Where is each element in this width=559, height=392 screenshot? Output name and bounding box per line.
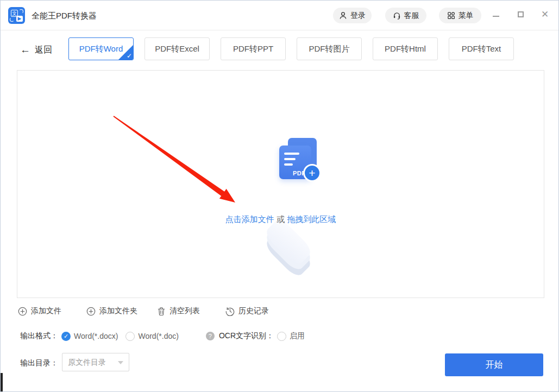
word-docx-label[interactable]: Word(*.docx) [74,332,118,340]
support-label: 客服 [404,11,419,21]
clock-history-icon [225,307,235,316]
add-file-label: 添加文件 [31,306,61,316]
login-label: 登录 [350,11,366,21]
output-dir-value: 原文件目录 [68,358,106,366]
grid-menu-icon [447,11,455,20]
add-file-button[interactable]: 添加文件 [18,305,61,317]
add-folder-button[interactable]: 添加文件夹 [86,305,137,317]
back-arrow-icon: ← [20,44,30,56]
add-folder-label: 添加文件夹 [99,306,137,316]
headset-icon [393,11,401,20]
tab-label: PDF转Word [79,44,123,54]
drag-here-link[interactable]: 拖拽到此区域 [287,214,336,224]
chevron-down-icon [118,361,123,364]
circle-plus-icon [86,307,96,316]
user-icon [339,11,347,20]
tab-label: PDF转Excel [155,44,199,54]
doc-line [284,158,296,160]
tab-pdf-to-html[interactable]: PDF转Html [373,37,438,60]
history-button[interactable]: 历史记录 [225,305,269,317]
tab-label: PDF转Text [462,44,501,54]
output-format-label: 输出格式： [20,331,58,341]
ocr-enable-label[interactable]: 启用 [290,331,305,341]
output-format-row: 输出格式： ✓ Word(*.docx) Word(*.doc) ? OCR文字… [20,330,305,342]
maximize-icon [518,11,524,17]
tab-pdf-to-image[interactable]: PDF转图片 [297,37,362,60]
app-title: 全能王PDF转换器 [32,11,97,21]
ocr-label: OCR文字识别： [219,331,274,341]
dropzone-hint: 点击添加文件 或 拖拽到此区域 [17,214,544,225]
app-logo-icon: 文 ▶ [8,7,25,24]
background-window-edge [1,373,3,391]
radio-ocr-enable[interactable] [277,332,286,341]
close-button[interactable]: ✕ [538,7,552,21]
minimize-button[interactable] [489,7,503,21]
radio-word-doc[interactable] [125,332,135,341]
output-dir-label: 输出目录： [20,358,58,368]
tab-pdf-to-excel[interactable]: PDF转Excel [145,37,210,60]
tab-pdf-to-word[interactable]: PDF转Word ✓ [68,37,134,60]
click-add-files-link[interactable]: 点击添加文件 [225,214,274,224]
support-button[interactable]: 客服 [385,8,426,23]
trash-icon [157,307,166,316]
ocr-help-icon[interactable]: ? [206,332,215,340]
tab-label: PDF转PPT [233,44,273,54]
check-icon: ✓ [127,52,132,60]
tab-pdf-to-text[interactable]: PDF转Text [449,37,514,60]
logo-arrow-glyph: ▶ [16,16,23,22]
menu-label: 菜单 [458,11,474,21]
back-label: 返回 [35,45,52,56]
output-dir-select[interactable]: 原文件目录 [62,353,129,371]
login-button[interactable]: 登录 [333,8,372,23]
logo-curve-arrow-icon [19,9,23,14]
clear-list-button[interactable]: 清空列表 [157,305,200,317]
start-button[interactable]: 开始 [445,353,543,376]
word-doc-label[interactable]: Word(*.doc) [138,332,178,340]
menu-button[interactable]: 菜单 [439,8,481,23]
back-button[interactable]: ← 返回 [20,44,52,56]
add-plus-icon: + [303,164,321,182]
clear-list-label: 清空列表 [169,306,200,316]
doc-line [284,163,293,166]
radio-word-docx[interactable]: ✓ [61,332,71,341]
close-icon: ✕ [541,9,549,20]
tab-label: PDF转Html [385,44,426,54]
history-label: 历史记录 [238,306,269,316]
app-window: 文 ▶ 全能王PDF转换器 登录 客服 菜单 ✕ ← 返回 PDF转Word ✓… [0,0,559,392]
logo-curve-arrow-icon [10,17,14,22]
title-bar: 文 ▶ 全能王PDF转换器 登录 客服 菜单 ✕ [1,1,558,30]
minimize-icon [493,16,499,17]
tab-pdf-to-ppt[interactable]: PDF转PPT [221,37,286,60]
doc-line [284,153,299,155]
tab-label: PDF转图片 [309,44,350,54]
circle-plus-icon [18,307,27,316]
file-drop-zone[interactable]: PDF + 点击添加文件 或 拖拽到此区域 [17,70,544,298]
maximize-button[interactable] [513,7,527,21]
or-text: 或 [274,214,287,224]
